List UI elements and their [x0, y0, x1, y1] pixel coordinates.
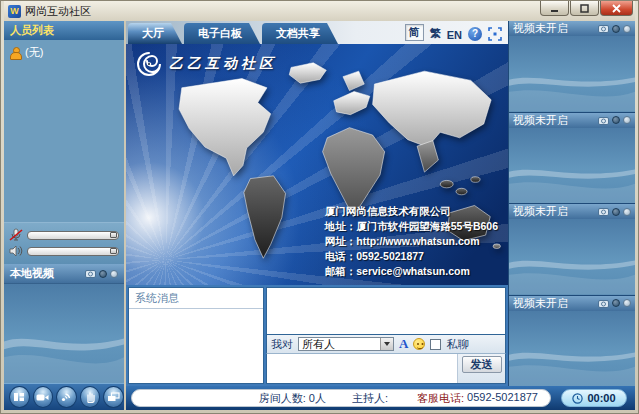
left-sidebar: 人员列表 (无) — [4, 21, 124, 410]
user-name: (无) — [25, 45, 43, 60]
camera-icon[interactable] — [85, 269, 96, 278]
tab-whiteboard[interactable]: 电子白板 — [184, 23, 260, 44]
system-message-panel: 系统消息 — [128, 287, 264, 384]
video-settings-button[interactable] — [612, 208, 620, 216]
close-button[interactable] — [600, 1, 633, 16]
send-button[interactable]: 发送 — [462, 356, 502, 373]
microphone-volume-slider[interactable] — [27, 231, 119, 240]
camera-icon[interactable] — [598, 207, 609, 216]
camera-icon[interactable] — [598, 299, 609, 308]
video-close-button[interactable] — [623, 25, 631, 33]
video-close-button[interactable] — [110, 270, 118, 278]
video-button[interactable] — [33, 386, 54, 408]
video-panel-title: 视频未开启 — [513, 113, 568, 128]
logo-text: 乙乙互动社区 — [169, 55, 277, 73]
to-label: 我对 — [271, 337, 293, 352]
company-address: 地址：厦门市软件园望海路55号B606 — [325, 219, 498, 234]
video-close-button[interactable] — [623, 299, 631, 307]
speaker-slider-thumb[interactable] — [110, 248, 117, 254]
fullscreen-button[interactable] — [488, 27, 502, 41]
lang-simplified-button[interactable]: 简 — [405, 24, 424, 41]
main-column: 大厅 电子白板 文档共享 简 繁 EN ? — [126, 21, 508, 386]
audio-controls — [4, 222, 124, 264]
video-panel-title: 视频未开启 — [513, 204, 568, 219]
video-close-button[interactable] — [623, 208, 631, 216]
tab-doc-share[interactable]: 文档共享 — [262, 23, 338, 44]
broadcast-button[interactable] — [56, 386, 77, 408]
tab-lobby[interactable]: 大厅 — [128, 23, 182, 44]
mic-slider-thumb[interactable] — [110, 232, 117, 238]
recipient-selected: 所有人 — [299, 337, 380, 352]
minimize-button[interactable] — [540, 1, 569, 16]
logo: 乙乙互动社区 — [136, 51, 277, 77]
font-button[interactable]: A — [399, 336, 408, 352]
wave-decoration — [509, 36, 635, 112]
emoticon-button[interactable] — [413, 338, 425, 350]
host-label: 主持人: — [352, 391, 388, 406]
wave-decoration — [509, 128, 635, 204]
video-panel: 视频未开启 — [509, 296, 635, 387]
lang-english-button[interactable]: EN — [447, 29, 462, 41]
status-pill: 房间人数: 0人 主持人: 客服电话: 0592-5021877 — [131, 389, 551, 407]
tab-lobby-label: 大厅 — [142, 26, 164, 41]
video-panel: 视频未开启 — [509, 113, 635, 204]
private-chat-checkbox[interactable] — [430, 339, 441, 350]
tab-bar: 大厅 电子白板 文档共享 简 繁 EN ? — [126, 21, 508, 44]
video-panel-header: 视频未开启 — [509, 21, 635, 36]
lang-traditional-button[interactable]: 繁 — [430, 26, 441, 41]
video-panel-column: 视频未开启 视频未开启 — [508, 21, 635, 386]
video-panel-title: 视频未开启 — [513, 21, 568, 36]
chat-message-display[interactable] — [266, 287, 506, 335]
video-panel-header: 视频未开启 — [509, 296, 635, 311]
video-settings-button[interactable] — [612, 25, 620, 33]
video-area — [509, 311, 635, 387]
wave-decoration — [4, 284, 124, 383]
broadcast-icon — [60, 391, 72, 403]
tab-doc-share-label: 文档共享 — [276, 26, 320, 41]
person-icon — [10, 47, 20, 59]
microphone-muted-icon[interactable] — [9, 228, 23, 242]
user-list-item[interactable]: (无) — [10, 45, 118, 60]
message-input[interactable] — [267, 354, 457, 383]
speaker-volume-slider[interactable] — [27, 247, 119, 256]
users-panel-header: 人员列表 — [4, 21, 124, 40]
video-panel: 视频未开启 — [509, 21, 635, 112]
window-title: 网尚互动社区 — [25, 4, 91, 19]
company-website: 网址：http://www.whatsun.com — [325, 234, 498, 249]
status-bar: 房间人数: 0人 主持人: 客服电话: 0592-5021877 — [126, 386, 635, 410]
video-area — [509, 36, 635, 112]
chat-controls: 我对 所有人 A 私聊 — [266, 335, 506, 353]
screen-share-button[interactable] — [103, 386, 124, 408]
camera-icon[interactable] — [598, 24, 609, 33]
recipient-select[interactable]: 所有人 — [298, 337, 394, 351]
video-panel-title: 视频未开启 — [513, 296, 568, 311]
video-panel-header: 视频未开启 — [509, 113, 635, 128]
raise-hand-button[interactable] — [80, 386, 101, 408]
hand-icon — [85, 391, 96, 403]
video-settings-button[interactable] — [612, 116, 620, 124]
logo-swirl-icon — [136, 51, 162, 77]
chat-area: 系统消息 我对 所有人 A — [126, 285, 508, 386]
wave-decoration — [509, 219, 635, 295]
bottom-toolbar — [4, 383, 124, 410]
dropdown-arrow-icon[interactable] — [380, 338, 393, 350]
company-info: 厦门网尚信息技术有限公司 地址：厦门市软件园望海路55号B606 网址：http… — [325, 204, 498, 279]
video-area — [509, 219, 635, 295]
titlebar: W 网尚互动社区 — [4, 1, 635, 21]
video-settings-button[interactable] — [612, 299, 620, 307]
video-area — [509, 128, 635, 204]
local-video-label: 本地视频 — [10, 266, 54, 281]
video-settings-button[interactable] — [99, 270, 107, 278]
video-close-button[interactable] — [623, 116, 631, 124]
help-button[interactable]: ? — [468, 27, 482, 41]
lobby-view: 乙乙互动社区 厦门网尚信息技术有限公司 地址：厦门市软件园望海路55号B606 … — [126, 44, 508, 285]
fullscreen-icon — [488, 27, 502, 41]
camera-icon[interactable] — [598, 116, 609, 125]
speaker-icon[interactable] — [9, 244, 23, 258]
system-message-title: 系统消息 — [129, 288, 263, 309]
layout-button[interactable] — [9, 386, 30, 408]
tab-whiteboard-label: 电子白板 — [198, 26, 242, 41]
maximize-button[interactable] — [570, 1, 599, 16]
company-email: 邮箱：service@whatsun.com — [325, 264, 498, 279]
screens-icon — [107, 392, 120, 403]
